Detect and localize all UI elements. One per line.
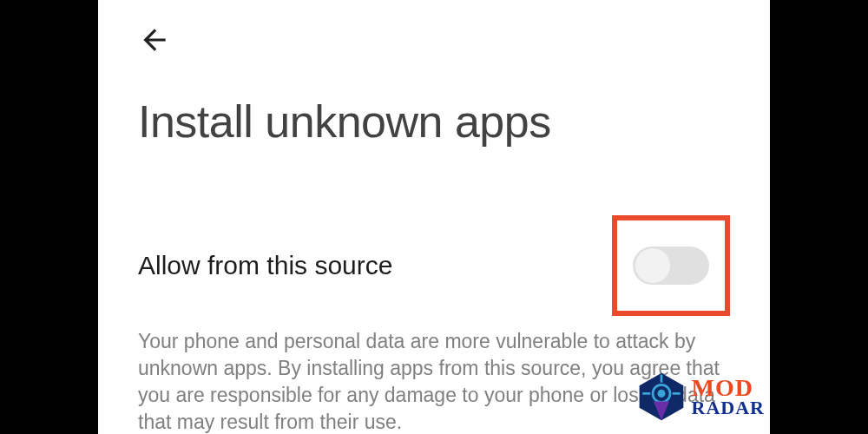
- svg-point-2: [657, 390, 665, 398]
- watermark-logo-icon: [636, 372, 687, 422]
- settings-screen: Install unknown apps Allow from this sou…: [98, 0, 770, 434]
- highlight-annotation: [612, 215, 730, 316]
- arrow-left-icon: [138, 23, 171, 56]
- watermark: MOD RADAR: [636, 372, 765, 422]
- watermark-line2: RADAR: [692, 399, 765, 417]
- setting-label: Allow from this source: [138, 251, 392, 280]
- watermark-line1: MOD: [692, 377, 765, 399]
- watermark-text: MOD RADAR: [692, 377, 765, 417]
- back-button[interactable]: [138, 19, 180, 61]
- page-title: Install unknown apps: [138, 95, 551, 148]
- toggle-thumb: [635, 248, 670, 283]
- setting-row: Allow from this source: [138, 215, 730, 316]
- allow-source-toggle[interactable]: [633, 247, 709, 285]
